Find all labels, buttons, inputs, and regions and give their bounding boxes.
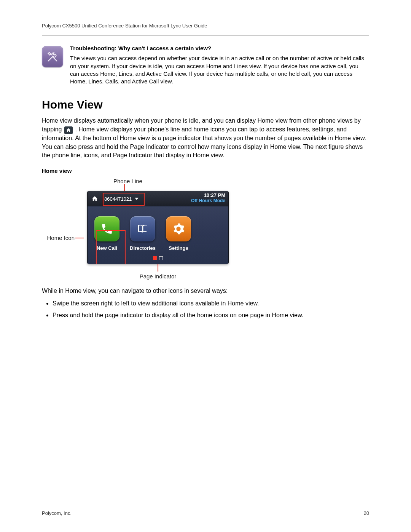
page: Polycom CX5500 Unified Conference Statio… bbox=[0, 0, 411, 532]
tile-new-call[interactable]: New Call bbox=[94, 216, 120, 251]
callout-line-left bbox=[75, 238, 84, 238]
device-screen: 8604471021 10:27 PM Off Hours Mode N bbox=[88, 191, 228, 264]
page-indicator[interactable] bbox=[88, 253, 228, 264]
gear-icon bbox=[166, 216, 191, 241]
device-body: New Call Directories Settings bbox=[88, 206, 228, 253]
chevron-down-icon bbox=[135, 198, 139, 200]
callout-phone-line-label: Phone Line bbox=[113, 178, 142, 184]
device-home-button[interactable] bbox=[90, 194, 100, 204]
callout-page-indicator-label: Page Indicator bbox=[140, 273, 177, 280]
clock-time: 10:27 PM bbox=[191, 193, 225, 198]
pager-dot-inactive bbox=[159, 256, 163, 260]
figure-caption: Home view bbox=[42, 168, 369, 174]
status-mode: Off Hours Mode bbox=[191, 198, 225, 204]
nav-intro: While in Home view, you can navigate to … bbox=[42, 286, 369, 295]
footer-page-number: 20 bbox=[364, 510, 369, 516]
note-body: The views you can access depend on wheth… bbox=[70, 54, 369, 85]
topbar-status: 10:27 PM Off Hours Mode bbox=[191, 193, 225, 204]
figure-column: Phone Line 8604471021 10:27 PM Off Hours… bbox=[88, 178, 228, 280]
callout-left: Home Icon bbox=[42, 235, 84, 241]
page-footer: Polycom, Inc. 20 bbox=[42, 510, 369, 516]
header-divider bbox=[42, 35, 369, 36]
nav-bullet-list: Swipe the screen right to left to view a… bbox=[53, 299, 369, 320]
document-header: Polycom CX5500 Unified Conference Statio… bbox=[42, 23, 369, 35]
tile-label: Settings bbox=[165, 245, 192, 251]
tile-label: Directories bbox=[129, 245, 156, 251]
home-icon bbox=[64, 126, 73, 134]
book-icon bbox=[130, 216, 155, 241]
callout-line-top bbox=[124, 184, 125, 191]
home-view-figure: Home Icon Phone Line 8604471021 10:27 PM bbox=[42, 178, 369, 280]
list-item: Swipe the screen right to left to view a… bbox=[53, 299, 369, 308]
footer-company: Polycom, Inc. bbox=[42, 510, 72, 516]
para-part-b: . Home view displays your phone's line a… bbox=[42, 126, 366, 158]
list-item: Press and hold the page indicator to dis… bbox=[53, 311, 369, 320]
tile-settings[interactable]: Settings bbox=[165, 216, 192, 251]
tile-directories[interactable]: Directories bbox=[129, 216, 156, 251]
phone-line-dropdown[interactable]: 8604471021 bbox=[103, 195, 141, 203]
section-paragraph: Home view displays automatically when yo… bbox=[42, 117, 369, 160]
troubleshooting-note: Troubleshooting: Why can't I access a ce… bbox=[42, 45, 369, 85]
callout-line-bottom bbox=[158, 264, 158, 272]
note-content: Troubleshooting: Why can't I access a ce… bbox=[70, 45, 369, 85]
tools-icon bbox=[42, 46, 63, 67]
device-topbar: 8604471021 10:27 PM Off Hours Mode bbox=[88, 191, 228, 206]
phone-line-number: 8604471021 bbox=[104, 196, 132, 202]
pager-dot-active bbox=[153, 256, 157, 260]
callout-home-icon-label: Home Icon bbox=[42, 235, 75, 241]
section-title: Home View bbox=[42, 98, 369, 111]
phone-icon bbox=[94, 216, 119, 241]
note-title: Troubleshooting: Why can't I access a ce… bbox=[70, 45, 369, 52]
tile-label: New Call bbox=[94, 245, 120, 251]
